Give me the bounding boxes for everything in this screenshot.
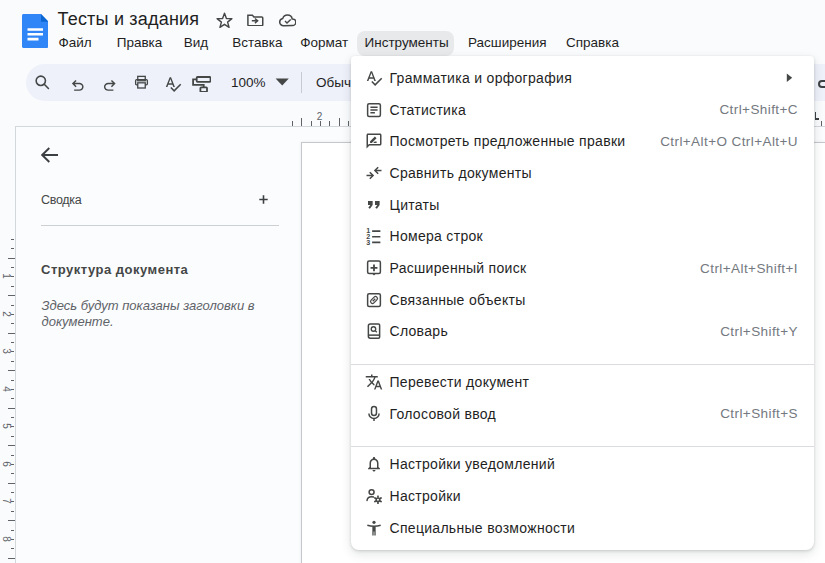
svg-text:3: 3 [366, 239, 370, 245]
